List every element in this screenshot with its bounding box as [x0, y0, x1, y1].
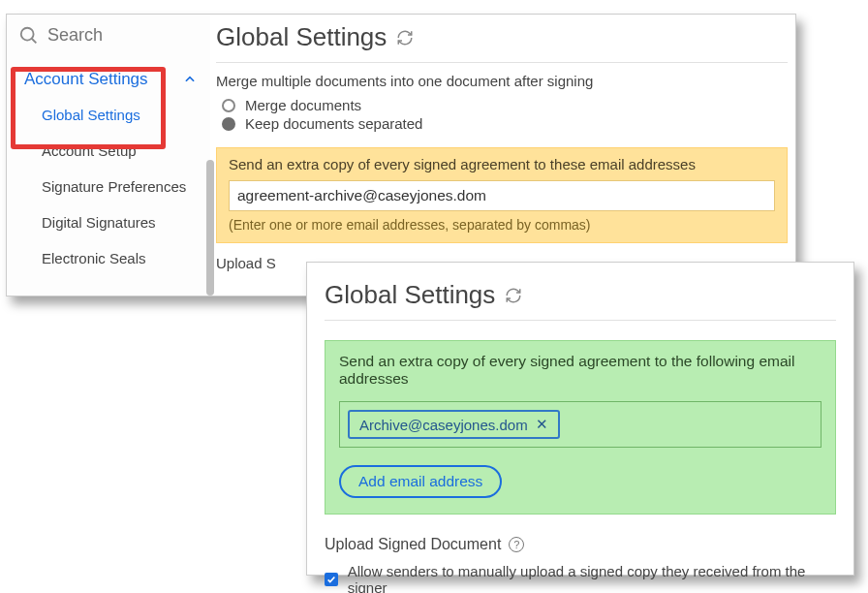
carbon-copy-title: Send an extra copy of every signed agree… — [339, 353, 822, 388]
sidebar-section-account-settings[interactable]: Account Settings — [7, 56, 210, 97]
page-title: Global Settings — [325, 280, 836, 310]
sidebar-item-electronic-seals[interactable]: Electronic Seals — [7, 240, 210, 276]
checkbox-checked-icon — [325, 573, 338, 586]
upload-signed-doc-label: Upload Signed Document ? — [325, 536, 836, 553]
page-title-text: Global Settings — [216, 22, 387, 52]
add-email-button[interactable]: Add email address — [339, 465, 502, 498]
divider — [325, 320, 836, 321]
carbon-copy-title: Send an extra copy of every signed agree… — [229, 156, 775, 172]
main-content-old: Global Settings Merge multiple documents… — [216, 15, 788, 296]
allow-manual-upload-checkbox[interactable]: Allow senders to manually upload a signe… — [325, 563, 836, 593]
email-chip: Archive@caseyjones.dom ✕ — [348, 410, 560, 439]
sidebar-item-digital-signatures[interactable]: Digital Signatures — [7, 204, 210, 240]
search-input[interactable] — [46, 24, 181, 47]
merge-heading: Merge multiple documents into one docume… — [216, 73, 788, 89]
page-title-text: Global Settings — [325, 280, 495, 310]
sidebar-item-account-setup[interactable]: Account Setup — [7, 133, 210, 169]
chevron-up-icon — [183, 73, 197, 86]
radio-keep-separated[interactable]: Keep documents separated — [222, 115, 788, 132]
svg-line-1 — [32, 38, 37, 43]
radio-label: Keep documents separated — [245, 115, 422, 132]
refresh-icon[interactable] — [505, 287, 522, 304]
radio-icon — [222, 99, 235, 112]
search-icon — [18, 25, 40, 47]
sidebar-item-signature-preferences[interactable]: Signature Preferences — [7, 169, 210, 204]
help-icon[interactable]: ? — [509, 537, 524, 552]
sidebar-item-global-settings[interactable]: Global Settings — [7, 97, 210, 133]
scrollbar[interactable] — [206, 160, 214, 296]
email-chip-text: Archive@caseyjones.dom — [359, 417, 528, 433]
remove-chip-icon[interactable]: ✕ — [536, 416, 548, 433]
refresh-icon[interactable] — [396, 29, 414, 47]
settings-panel-old: Account Settings Global Settings Account… — [6, 14, 796, 296]
page-title: Global Settings — [216, 22, 788, 52]
radio-merge-documents[interactable]: Merge documents — [222, 97, 788, 113]
checkbox-label: Allow senders to manually upload a signe… — [348, 563, 836, 593]
radio-icon-selected — [222, 117, 235, 131]
sidebar: Account Settings Global Settings Account… — [7, 15, 210, 296]
sidebar-section-label: Account Settings — [24, 70, 148, 89]
radio-label: Merge documents — [245, 97, 361, 113]
email-chip-container[interactable]: Archive@caseyjones.dom ✕ — [339, 401, 822, 448]
search-row — [7, 15, 210, 56]
upload-label-text: Upload Signed Document — [325, 536, 501, 553]
carbon-copy-section-old: Send an extra copy of every signed agree… — [216, 147, 788, 243]
carbon-copy-input[interactable] — [229, 180, 775, 211]
svg-point-0 — [21, 27, 34, 40]
carbon-copy-section-new: Send an extra copy of every signed agree… — [325, 340, 836, 515]
divider — [216, 62, 788, 63]
settings-panel-new: Global Settings Send an extra copy of ev… — [306, 262, 854, 576]
carbon-copy-hint: (Enter one or more email addresses, sepa… — [229, 217, 775, 233]
